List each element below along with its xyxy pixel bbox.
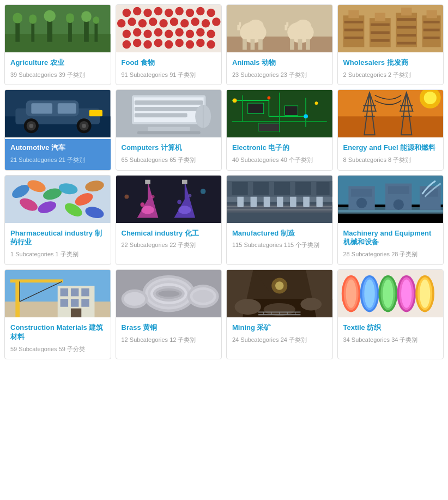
svg-rect-188 bbox=[295, 182, 311, 195]
svg-point-258 bbox=[401, 279, 411, 308]
svg-point-51 bbox=[207, 40, 215, 49]
category-card-machinery[interactable]: Machinery and Equipment 机械和设备28 Subcateg… bbox=[337, 175, 444, 265]
svg-rect-5 bbox=[29, 14, 37, 23]
svg-rect-205 bbox=[10, 279, 63, 282]
svg-rect-75 bbox=[374, 13, 385, 21]
category-title-pharmaceutical: Pharmaceutical industry 制药行业 bbox=[10, 229, 105, 248]
svg-point-62 bbox=[295, 20, 311, 32]
svg-rect-195 bbox=[351, 189, 372, 197]
svg-rect-215 bbox=[71, 308, 81, 317]
category-image-energy bbox=[338, 90, 444, 139]
category-title-computers: Computers 计算机 bbox=[122, 143, 216, 153]
svg-point-40 bbox=[185, 29, 193, 38]
svg-point-37 bbox=[154, 28, 162, 37]
svg-point-125 bbox=[233, 99, 237, 103]
svg-point-17 bbox=[143, 9, 152, 17]
svg-point-223 bbox=[158, 290, 179, 297]
category-image-manufactured bbox=[227, 176, 332, 225]
category-title-food: Food 食物 bbox=[122, 58, 216, 68]
svg-rect-64 bbox=[298, 39, 302, 50]
svg-point-252 bbox=[364, 279, 374, 308]
category-card-construction[interactable]: Construction Materials 建筑材料59 Subcategor… bbox=[4, 269, 111, 359]
svg-point-126 bbox=[268, 97, 271, 100]
category-card-manufactured[interactable]: Manufactured 制造115 Subcategories 115 个子类… bbox=[226, 175, 333, 265]
category-image-agriculture bbox=[5, 5, 111, 54]
svg-rect-152 bbox=[116, 176, 221, 223]
svg-point-55 bbox=[248, 20, 264, 32]
svg-rect-73 bbox=[344, 37, 363, 39]
category-card-wholesalers[interactable]: Wholesalers 批发商2 Subcategories 2 子类别 bbox=[337, 4, 444, 85]
svg-rect-122 bbox=[248, 103, 264, 113]
svg-point-238 bbox=[275, 281, 283, 290]
svg-rect-57 bbox=[251, 39, 255, 50]
svg-rect-7 bbox=[44, 10, 56, 22]
svg-point-234 bbox=[235, 299, 261, 315]
svg-point-163 bbox=[200, 189, 205, 194]
svg-rect-106 bbox=[148, 127, 190, 131]
category-image-pharmaceutical bbox=[5, 176, 111, 225]
svg-rect-95 bbox=[58, 103, 76, 113]
category-title-brass: Brass 黄铜 bbox=[122, 323, 216, 333]
svg-point-101 bbox=[82, 124, 86, 128]
svg-rect-71 bbox=[344, 21, 363, 23]
svg-point-140 bbox=[423, 92, 436, 104]
svg-point-45 bbox=[143, 40, 152, 49]
category-subtitle-automotive: 21 Subcategories 21 子类别 bbox=[10, 156, 105, 164]
svg-rect-154 bbox=[145, 179, 150, 184]
category-card-mining[interactable]: Mining 采矿24 Subcategories 24 子类别 bbox=[226, 269, 333, 359]
svg-point-155 bbox=[141, 206, 154, 214]
svg-point-261 bbox=[419, 279, 429, 308]
svg-rect-13 bbox=[93, 16, 100, 24]
category-subtitle-computers: 65 Subcategories 65 子类别 bbox=[122, 156, 216, 164]
category-title-agriculture: Agriculture 农业 bbox=[10, 58, 105, 68]
category-card-food[interactable]: Food 食物91 Subcategories 91 子类别 bbox=[116, 4, 222, 85]
category-card-energy[interactable]: Energy and Fuel 能源和燃料8 Subcategories 8 子… bbox=[337, 89, 444, 170]
category-card-textile[interactable]: Textile 纺织34 Subcategories 34 子类别 bbox=[337, 269, 444, 359]
category-image-food bbox=[116, 5, 222, 54]
svg-rect-174 bbox=[264, 195, 270, 207]
svg-rect-182 bbox=[316, 195, 323, 207]
svg-point-44 bbox=[132, 39, 141, 47]
svg-point-235 bbox=[300, 298, 322, 310]
svg-point-162 bbox=[188, 194, 191, 197]
svg-rect-3 bbox=[13, 13, 22, 23]
svg-rect-189 bbox=[316, 182, 329, 195]
category-card-agriculture[interactable]: Agriculture 农业39 Subcategories 39 子类别 bbox=[4, 4, 111, 85]
category-card-computers[interactable]: Computers 计算机65 Subcategories 65 子类别 bbox=[116, 89, 222, 170]
svg-rect-123 bbox=[284, 106, 298, 115]
svg-rect-87 bbox=[423, 21, 439, 23]
category-card-pharmaceutical[interactable]: Pharmaceutical industry 制药行业1 Subcategor… bbox=[4, 175, 111, 265]
svg-rect-83 bbox=[397, 34, 416, 37]
category-subtitle-electronic: 40 Subcategories 40 个子类别 bbox=[232, 156, 327, 164]
category-card-animals[interactable]: Animals 动物23 Subcategories 23 子类别 bbox=[226, 4, 333, 85]
svg-point-22 bbox=[196, 7, 204, 15]
category-card-electronic[interactable]: Electronic 电子的40 Subcategories 40 个子类别 bbox=[226, 89, 333, 170]
category-card-automotive[interactable]: Automotive 汽车21 Subcategories 21 子类别 bbox=[4, 89, 111, 170]
svg-point-28 bbox=[159, 19, 167, 27]
svg-rect-211 bbox=[81, 288, 89, 297]
category-subtitle-energy: 8 Subcategories 8 子类别 bbox=[343, 156, 438, 164]
svg-rect-80 bbox=[401, 8, 411, 16]
category-title-textile: Textile 纺织 bbox=[343, 323, 438, 333]
svg-rect-102 bbox=[89, 110, 102, 117]
category-title-animals: Animals 动物 bbox=[232, 58, 327, 68]
category-card-brass[interactable]: Brass 黄铜12 Subcategories 12 子类别 bbox=[116, 269, 222, 359]
category-title-mining: Mining 采矿 bbox=[232, 323, 327, 333]
category-title-automotive: Automotive 汽车 bbox=[10, 143, 105, 153]
svg-rect-124 bbox=[258, 123, 280, 131]
svg-rect-172 bbox=[251, 195, 257, 207]
svg-rect-214 bbox=[81, 299, 89, 307]
svg-point-29 bbox=[169, 17, 178, 26]
svg-point-35 bbox=[132, 28, 141, 37]
category-card-chemical[interactable]: Chemical industry 化工22 Subcategories 22 … bbox=[116, 175, 222, 265]
category-grid: Agriculture 农业39 Subcategories 39 子类别 bbox=[4, 4, 444, 359]
svg-rect-77 bbox=[370, 31, 389, 34]
category-image-mining bbox=[227, 270, 332, 319]
category-title-manufactured: Manufactured 制造 bbox=[232, 229, 327, 238]
svg-point-34 bbox=[122, 29, 130, 38]
svg-rect-185 bbox=[232, 182, 248, 195]
svg-rect-109 bbox=[134, 107, 203, 111]
svg-rect-130 bbox=[338, 117, 443, 138]
svg-rect-70 bbox=[348, 10, 359, 19]
svg-rect-178 bbox=[290, 195, 296, 207]
